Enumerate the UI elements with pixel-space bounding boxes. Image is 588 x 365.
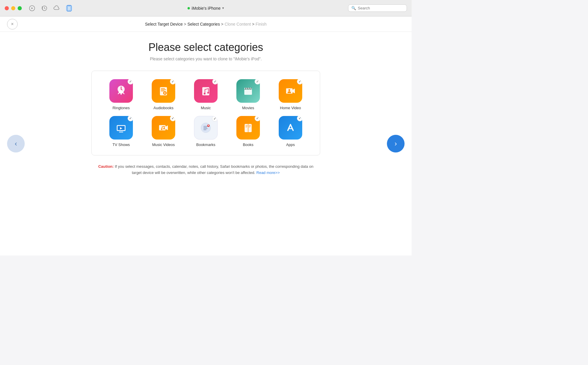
music-videos-checkmark: ✓ xyxy=(170,116,175,121)
tv-shows-checkmark: ✓ xyxy=(128,116,133,121)
breadcrumb-step-3: Clone Content xyxy=(225,22,251,26)
books-svg-icon xyxy=(241,121,255,135)
audiobooks-svg-icon xyxy=(157,84,170,98)
home-video-icon-bg: ✓ xyxy=(279,79,302,103)
page-title: Please select categories xyxy=(148,41,263,54)
category-audiobooks[interactable]: ✓ Audiobooks xyxy=(146,79,181,110)
music-note-icon[interactable] xyxy=(29,5,35,11)
titlebar: iMobie's iPhone ▾ 🔍 xyxy=(0,0,412,16)
breadcrumb-bar: × Select Target Device > Select Categori… xyxy=(0,16,412,32)
category-ringtones[interactable]: ✓ Ringtones xyxy=(103,79,139,110)
svg-rect-11 xyxy=(161,91,164,91)
search-input[interactable] xyxy=(358,6,404,10)
svg-point-32 xyxy=(163,128,165,130)
apps-icon-bg: ✓ xyxy=(279,116,302,140)
svg-rect-48 xyxy=(249,126,251,127)
phone-icon[interactable] xyxy=(66,5,72,11)
svg-rect-49 xyxy=(249,127,250,127)
nav-next-button[interactable]: › xyxy=(387,135,405,152)
read-more-link[interactable]: Read more>> xyxy=(256,170,280,175)
apps-svg-icon xyxy=(284,121,297,135)
apps-label: Apps xyxy=(286,142,295,147)
breadcrumb-sep-2: > xyxy=(221,22,225,26)
main-content: ‹ Please select categories Please select… xyxy=(0,32,412,256)
ringtones-icon-bg: ✓ xyxy=(109,79,133,103)
breadcrumb-sep-1: > xyxy=(184,22,187,26)
categories-grid: ✓ Ringtones ✓ xyxy=(91,71,320,155)
device-chevron-icon: ▾ xyxy=(222,6,224,10)
svg-rect-37 xyxy=(203,128,208,129)
ringtones-checkmark: ✓ xyxy=(128,79,133,84)
apps-checkmark: ✓ xyxy=(297,116,302,121)
search-bar[interactable]: 🔍 xyxy=(348,4,407,12)
device-status-dot xyxy=(188,7,190,9)
category-apps[interactable]: ✓ Apps xyxy=(273,116,308,147)
svg-rect-41 xyxy=(208,125,209,126)
svg-point-15 xyxy=(204,93,206,94)
chevron-right-icon: › xyxy=(395,140,397,148)
audiobooks-checkmark: ✓ xyxy=(170,79,175,84)
home-video-checkmark: ✓ xyxy=(297,79,302,84)
category-tv-shows[interactable]: ✓ TV Shows xyxy=(103,116,139,147)
ringtones-svg-icon xyxy=(114,84,128,98)
bookmarks-svg-icon xyxy=(199,121,213,135)
category-books[interactable]: ✓ Books xyxy=(230,116,266,147)
caution-label: Caution: xyxy=(98,164,114,169)
music-label: Music xyxy=(201,106,211,110)
bookmarks-icon-bg: ✓ xyxy=(194,116,218,140)
tv-shows-icon-bg: ✓ xyxy=(109,116,133,140)
maximize-traffic-light[interactable] xyxy=(18,6,22,10)
music-checkmark: ✓ xyxy=(212,79,218,84)
nav-prev-button[interactable]: ‹ xyxy=(7,135,25,152)
chevron-left-icon: ‹ xyxy=(15,140,17,148)
svg-rect-38 xyxy=(203,130,206,130)
caution-text: If you select messages, contacts, calend… xyxy=(115,164,313,175)
svg-rect-46 xyxy=(245,127,247,127)
svg-rect-44 xyxy=(245,125,248,126)
device-selector[interactable]: iMobie's iPhone ▾ xyxy=(188,6,224,11)
svg-point-31 xyxy=(161,129,163,130)
music-videos-label: Music Videos xyxy=(152,142,175,147)
category-bookmarks[interactable]: ✓ Bookmarks xyxy=(188,116,223,147)
category-music[interactable]: ✓ Music xyxy=(188,79,223,110)
svg-rect-47 xyxy=(249,125,251,126)
home-video-label: Home Video xyxy=(280,106,301,110)
svg-point-16 xyxy=(207,92,209,94)
close-button[interactable]: × xyxy=(7,19,18,29)
search-icon: 🔍 xyxy=(351,6,356,10)
category-home-video[interactable]: ✓ Home Video xyxy=(273,79,308,110)
breadcrumb-step-2: Select Categories xyxy=(187,22,220,26)
minimize-traffic-light[interactable] xyxy=(11,6,15,10)
books-checkmark: ✓ xyxy=(255,116,260,121)
svg-point-25 xyxy=(288,89,290,91)
titlebar-icons xyxy=(29,5,72,11)
audiobooks-label: Audiobooks xyxy=(153,106,173,110)
breadcrumb-sep-3: > xyxy=(252,22,255,26)
close-traffic-light[interactable] xyxy=(5,6,9,10)
close-icon: × xyxy=(11,21,14,27)
page-subtitle: Please select categories you want to clo… xyxy=(150,57,262,61)
svg-point-7 xyxy=(121,94,122,95)
bookmarks-checkmark: ✓ xyxy=(212,116,218,122)
caution-section: Caution: If you select messages, contact… xyxy=(94,164,318,176)
ringtones-label: Ringtones xyxy=(113,106,130,110)
device-name: iMobie's iPhone xyxy=(192,6,220,11)
traffic-lights xyxy=(5,6,22,10)
breadcrumb: Select Target Device > Select Categories… xyxy=(145,22,266,26)
movies-svg-icon xyxy=(241,84,255,98)
bookmarks-label: Bookmarks xyxy=(196,142,215,147)
books-icon-bg: ✓ xyxy=(236,116,260,140)
tv-shows-svg-icon xyxy=(114,121,128,135)
history-icon[interactable] xyxy=(41,5,48,11)
breadcrumb-step-1: Select Target Device xyxy=(145,22,183,26)
cloud-icon[interactable] xyxy=(54,5,60,11)
movies-icon-bg: ✓ xyxy=(236,79,260,103)
music-icon-bg: ✓ xyxy=(194,79,218,103)
music-videos-icon-bg: ✓ xyxy=(152,116,175,140)
category-movies[interactable]: ✓ Movies xyxy=(230,79,266,110)
svg-rect-29 xyxy=(119,132,123,132)
svg-rect-10 xyxy=(161,89,166,90)
movies-label: Movies xyxy=(242,106,254,110)
svg-rect-45 xyxy=(245,126,248,127)
category-music-videos[interactable]: ✓ Music Videos xyxy=(146,116,181,147)
